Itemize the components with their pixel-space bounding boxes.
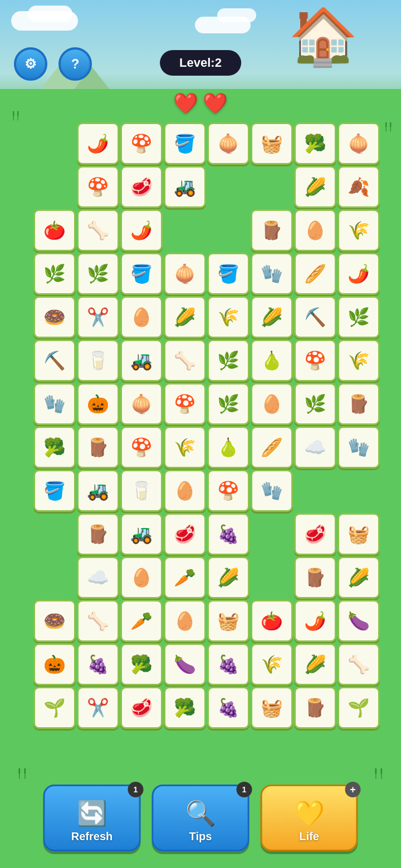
tile[interactable]: 🥛 [120, 470, 163, 512]
tile[interactable]: 🌾 [338, 209, 380, 251]
tile[interactable]: ✂️ [77, 296, 119, 338]
tile[interactable]: 🍄 [294, 339, 336, 382]
tile[interactable]: 🌿 [207, 339, 250, 382]
tile[interactable]: 🌿 [207, 383, 250, 425]
tile[interactable]: 🥚 [164, 600, 206, 642]
tile[interactable]: 🥚 [294, 209, 336, 251]
tile[interactable]: 🧤 [251, 253, 293, 295]
tile[interactable]: 🍄 [120, 122, 163, 165]
settings-button[interactable]: ⚙ [14, 47, 47, 81]
tile[interactable]: 🦴 [164, 339, 206, 382]
tile[interactable]: 🌿 [33, 253, 76, 295]
tile[interactable]: 🍩 [33, 296, 76, 338]
tile[interactable]: 🥩 [120, 687, 163, 729]
tips-button[interactable]: 1 🔍 Tips [152, 785, 250, 851]
tile[interactable]: 🧺 [207, 600, 250, 642]
tile[interactable]: 🍄 [207, 470, 250, 512]
tile[interactable]: 🌽 [294, 643, 336, 685]
tile[interactable]: 🪣 [207, 253, 250, 295]
tile[interactable]: 🍐 [251, 339, 293, 382]
tile[interactable]: 🧅 [164, 253, 206, 295]
tile[interactable]: 🥦 [33, 426, 76, 468]
tile[interactable]: 🌱 [33, 687, 76, 729]
tile[interactable]: 🥩 [164, 513, 206, 555]
tile[interactable]: 🥚 [120, 556, 163, 599]
tile[interactable]: 🌿 [338, 296, 380, 338]
tile[interactable]: 🧅 [338, 122, 380, 165]
tile[interactable]: 🥖 [294, 253, 336, 295]
tile[interactable]: 🪵 [77, 513, 119, 555]
tile[interactable]: 🧺 [338, 513, 380, 555]
refresh-button[interactable]: 1 🔄 Refresh [43, 785, 141, 851]
tile[interactable]: 🧅 [120, 383, 163, 425]
tile[interactable]: 🍄 [120, 426, 163, 468]
tile[interactable]: 🍇 [77, 643, 119, 685]
tile[interactable]: 🪵 [338, 383, 380, 425]
tile[interactable]: 🍩 [33, 600, 76, 642]
tile[interactable]: 🌶️ [338, 253, 380, 295]
tile[interactable]: 🥕 [164, 556, 206, 599]
tile[interactable]: 🧤 [251, 470, 293, 512]
tile[interactable]: 🚜 [120, 339, 163, 382]
tile[interactable]: 🌶️ [120, 209, 163, 251]
tile[interactable]: 🍂 [338, 166, 380, 208]
tile[interactable]: 🌽 [294, 166, 336, 208]
tile[interactable]: 🥖 [251, 426, 293, 468]
tile[interactable]: 🪵 [294, 687, 336, 729]
tile[interactable]: 🦴 [77, 600, 119, 642]
tile[interactable]: 🥦 [120, 643, 163, 685]
tile[interactable]: 🚜 [120, 513, 163, 555]
tile[interactable]: 🌿 [77, 253, 119, 295]
tile[interactable]: 🍆 [338, 600, 380, 642]
tile[interactable]: ☁️ [294, 426, 336, 468]
tile[interactable]: 🥦 [294, 122, 336, 165]
tile[interactable]: 🥚 [251, 383, 293, 425]
tile[interactable]: 🍐 [207, 426, 250, 468]
life-button[interactable]: + 💛 Life [261, 785, 358, 851]
tile[interactable]: 🌱 [338, 687, 380, 729]
tile[interactable]: 🦴 [77, 209, 119, 251]
tile[interactable]: 🎃 [77, 383, 119, 425]
tile[interactable]: ✂️ [77, 687, 119, 729]
tile[interactable]: 🌶️ [294, 600, 336, 642]
tile[interactable]: 🪣 [164, 122, 206, 165]
tile[interactable]: 🧤 [33, 383, 76, 425]
tile[interactable]: 🍄 [164, 383, 206, 425]
tile[interactable]: 🪵 [251, 209, 293, 251]
tile[interactable]: 🥩 [294, 513, 336, 555]
tile[interactable]: 🍇 [207, 643, 250, 685]
tile[interactable]: 🌽 [338, 556, 380, 599]
tile[interactable]: 🥕 [120, 600, 163, 642]
tile[interactable]: 🌾 [207, 296, 250, 338]
tile[interactable]: 🪵 [294, 556, 336, 599]
tile[interactable]: 🥦 [164, 687, 206, 729]
tile[interactable]: 🥩 [120, 166, 163, 208]
tile[interactable]: 🪵 [77, 426, 119, 468]
help-button[interactable]: ? [58, 47, 92, 81]
tile[interactable]: 🦴 [338, 643, 380, 685]
tile[interactable]: ⛏️ [294, 296, 336, 338]
tile[interactable]: 🧺 [251, 122, 293, 165]
tile[interactable]: 🍅 [251, 600, 293, 642]
tile[interactable]: 🪣 [33, 470, 76, 512]
tile[interactable]: 🧅 [207, 122, 250, 165]
tile[interactable]: 🌶️ [77, 122, 119, 165]
tile[interactable]: 🌾 [164, 426, 206, 468]
tile[interactable]: 🌾 [251, 643, 293, 685]
tile[interactable]: 🍄 [77, 166, 119, 208]
tile[interactable]: 🍅 [33, 209, 76, 251]
tile[interactable]: 🍇 [207, 687, 250, 729]
tile[interactable]: 🍆 [164, 643, 206, 685]
tile[interactable]: 🌽 [251, 296, 293, 338]
tile[interactable]: ⛏️ [33, 339, 76, 382]
tile[interactable]: ☁️ [77, 556, 119, 599]
tile[interactable]: 🍇 [207, 513, 250, 555]
tile[interactable]: 🌽 [164, 296, 206, 338]
tile[interactable]: 🧺 [251, 687, 293, 729]
tile[interactable]: 🎃 [33, 643, 76, 685]
tile[interactable]: 🪣 [120, 253, 163, 295]
tile[interactable]: 🥛 [77, 339, 119, 382]
tile[interactable]: 🥚 [164, 470, 206, 512]
tile[interactable]: 🥚 [120, 296, 163, 338]
tile[interactable]: 🌾 [338, 339, 380, 382]
